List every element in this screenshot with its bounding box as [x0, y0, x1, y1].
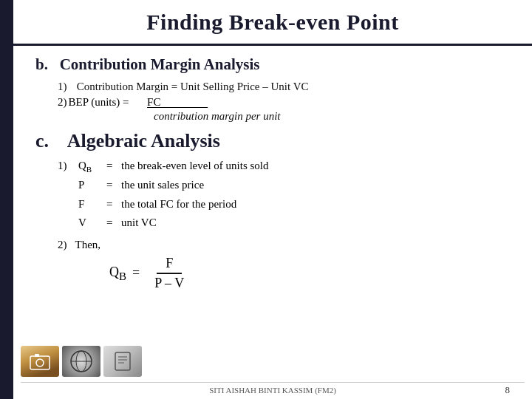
formula-lhs: QB	[109, 265, 126, 283]
var-p-eq: =	[106, 176, 121, 195]
sidebar-accent	[0, 0, 13, 399]
var-v-row: V = unit VC	[58, 214, 510, 233]
variables-table: 1) QB = the break-even level of units so…	[58, 157, 510, 233]
var-f-eq: =	[106, 195, 121, 214]
section-c-heading: c. Algebraic Analysis	[35, 130, 510, 152]
var-v-desc: unit VC	[121, 214, 157, 233]
svg-rect-2	[35, 354, 39, 357]
svg-rect-6	[115, 352, 130, 370]
section-c-title: Algebraic Analysis	[67, 130, 220, 151]
var-p: P	[78, 176, 106, 195]
thumbnails	[21, 346, 142, 377]
document-icon	[111, 349, 134, 373]
thumbnail-1	[21, 346, 59, 377]
formula-fraction: F P – V	[146, 256, 193, 291]
var-v-eq: =	[106, 214, 121, 233]
footer: SITI AISHAH BINTI KASSIM (FM2) 8	[21, 382, 525, 395]
header-bar: Finding Break-even Point	[13, 0, 532, 46]
var-p-row: P = the unit sales price	[58, 176, 510, 195]
item-num-2: 2)	[58, 95, 67, 110]
formula-area: QB = F P – V	[109, 256, 510, 291]
footer-label: SITI AISHAH BINTI KASSIM (FM2)	[209, 386, 336, 395]
page-title: Finding Break-even Point	[146, 10, 398, 35]
section-b-item-1: 1) Contribution Margin = Unit Selling Pr…	[58, 78, 510, 95]
section-b-letter: b.	[35, 55, 48, 73]
var-qb-eq: =	[106, 157, 121, 176]
formula-eq: =	[132, 265, 140, 281]
contrib-margin-line: contribution margin per unit	[154, 110, 510, 123]
main-content: b. Contribution Margin Analysis 1) Contr…	[21, 48, 525, 377]
formula-numerator: F	[157, 256, 182, 274]
svg-point-1	[36, 359, 44, 366]
var-intro-num: 1)	[58, 157, 78, 176]
var-p-desc: the unit sales price	[121, 176, 204, 195]
section-c: c. Algebraic Analysis 1) QB = the break-…	[35, 130, 510, 291]
var-qb-sub: B	[86, 165, 92, 174]
then-num: 2)	[58, 239, 67, 250]
bep-prefix: BEP (units) =	[69, 95, 146, 110]
var-f-row: F = the total FC for the period	[58, 195, 510, 214]
thumbnail-2	[62, 346, 100, 377]
var-v: V	[78, 214, 106, 233]
var-qb: QB	[78, 157, 106, 177]
var-qb-desc: the break-even level of units sold	[121, 157, 269, 176]
formula-lhs-sub: B	[119, 270, 126, 282]
thumbnail-3	[103, 346, 142, 377]
bep-fc: FC	[147, 95, 208, 110]
section-c-letter: c.	[35, 130, 49, 151]
section-b-item-2: 2) BEP (units) = FC	[58, 95, 510, 110]
photo-icon	[29, 350, 51, 372]
globe-icon	[69, 349, 94, 374]
then-label: Then,	[75, 239, 100, 250]
section-b-title: Contribution Margin Analysis	[60, 55, 260, 73]
var-f: F	[78, 195, 106, 214]
item-num-1: 1)	[58, 78, 74, 95]
section-b: b. Contribution Margin Analysis 1) Contr…	[35, 55, 510, 123]
formula-denominator: P – V	[146, 274, 193, 291]
var-f-desc: the total FC for the period	[121, 195, 236, 214]
svg-rect-0	[30, 356, 50, 369]
footer-page: 8	[505, 384, 511, 396]
section-b-heading: b. Contribution Margin Analysis	[35, 55, 510, 74]
item-1-text: Contribution Margin = Unit Selling Price…	[77, 81, 309, 92]
then-row: 2) Then,	[58, 239, 510, 251]
var-intro: 1) QB = the break-even level of units so…	[58, 157, 510, 177]
